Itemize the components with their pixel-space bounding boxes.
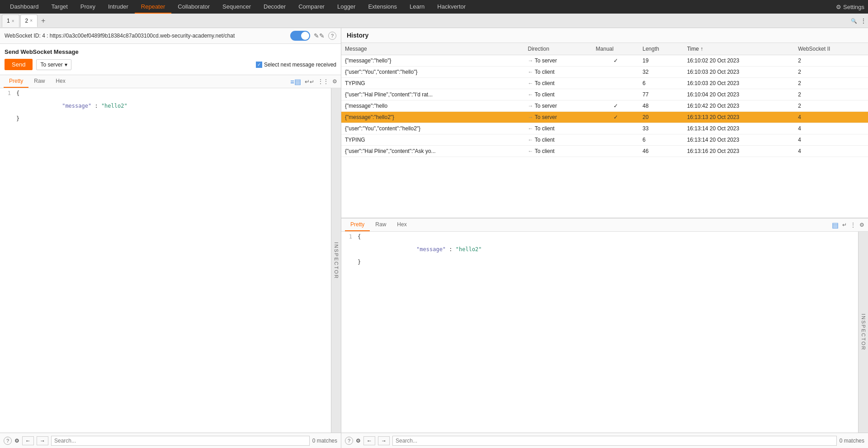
- cell-ws: 2: [794, 78, 868, 89]
- cell-manual: [592, 89, 639, 100]
- toggle-switch[interactable]: [290, 31, 310, 41]
- nav-item-collaborator[interactable]: Collaborator: [171, 0, 216, 14]
- history-header-row: Message Direction Manual Length Time ↑ W…: [341, 43, 868, 55]
- history-row[interactable]: {"message":"hello"} → To server ✓ 19 16:…: [341, 55, 868, 67]
- tab-2-close[interactable]: ×: [30, 18, 33, 23]
- cell-message: {"user":"Hal Pline","content":"Ask yo...: [341, 146, 524, 157]
- cell-length: 46: [639, 146, 683, 157]
- select-next-checkbox[interactable]: ✓: [256, 62, 262, 68]
- right-matches-label: 0 matches: [840, 438, 864, 444]
- add-tab-button[interactable]: +: [38, 17, 48, 25]
- tab-search-icon[interactable]: [851, 18, 857, 24]
- history-row[interactable]: TYPING ← To client 6 16:13:14 20 Oct 202…: [341, 134, 868, 146]
- left-nav-forward[interactable]: →: [37, 436, 48, 445]
- nav-item-learn[interactable]: Learn: [403, 0, 431, 14]
- history-table[interactable]: Message Direction Manual Length Time ↑ W…: [341, 43, 868, 218]
- right-wrap-icon[interactable]: ↵: [842, 222, 847, 228]
- col-length[interactable]: Length: [639, 43, 683, 55]
- cell-direction: ← To client: [524, 78, 592, 89]
- right-search-input[interactable]: [392, 436, 837, 446]
- cell-direction: → To server: [524, 112, 592, 123]
- cell-length: 20: [639, 112, 683, 123]
- col-time[interactable]: Time ↑: [684, 43, 795, 55]
- left-code-area[interactable]: 1 { "message" : "hello2" }: [0, 88, 331, 433]
- tab-1-close[interactable]: ×: [12, 19, 14, 24]
- nav-item-comparer[interactable]: Comparer: [292, 0, 331, 14]
- cell-message: {"message":"hello"}: [341, 55, 524, 67]
- left-gear-icon[interactable]: [332, 78, 337, 85]
- nav-item-intruder[interactable]: Intruder: [102, 0, 135, 14]
- left-settings-icon[interactable]: [14, 438, 19, 444]
- right-nav-forward[interactable]: →: [378, 436, 390, 445]
- nav-item-sequencer[interactable]: Sequencer: [216, 0, 257, 14]
- right-help-icon[interactable]: ?: [345, 437, 353, 445]
- history-row[interactable]: {"user":"Hal Pline","content":"I'd rat..…: [341, 89, 868, 100]
- nav-item-dashboard[interactable]: Dashboard: [4, 0, 45, 14]
- cell-ws: 4: [794, 112, 868, 123]
- nav-item-hackvertor[interactable]: Hackvertor: [431, 0, 472, 14]
- right-tab-pretty[interactable]: Pretty: [345, 219, 370, 231]
- left-tab-hex[interactable]: Hex: [50, 75, 71, 88]
- cell-manual: ✓: [592, 100, 639, 112]
- edit-icon[interactable]: ✎: [314, 32, 325, 39]
- left-search-input[interactable]: [51, 436, 310, 446]
- cell-time: 16:10:04 20 Oct 2023: [684, 89, 795, 100]
- kebab-menu-icon[interactable]: ⋮: [318, 78, 329, 85]
- nav-item-decoder[interactable]: Decoder: [257, 0, 292, 14]
- history-title: History: [341, 28, 868, 43]
- tab-bar: 1 × 2 × +: [0, 14, 868, 28]
- direction-dropdown[interactable]: To server ▾: [36, 59, 71, 70]
- history-row[interactable]: {"user":"You","content":"hello"} ← To cl…: [341, 67, 868, 78]
- tab-1[interactable]: 1 ×: [2, 14, 19, 27]
- right-code-area[interactable]: 1 { "message" : "hello2" }: [341, 232, 858, 433]
- right-settings-icon[interactable]: [356, 438, 361, 444]
- cell-manual: ✓: [592, 112, 639, 123]
- nav-item-proxy[interactable]: Proxy: [74, 0, 102, 14]
- left-editor-tab-icons: ▤ ↵ ⋮: [290, 77, 337, 86]
- right-inspector-sidebar[interactable]: INSPECTOR: [858, 232, 868, 433]
- right-tab-hex[interactable]: Hex: [392, 219, 412, 231]
- nav-item-logger[interactable]: Logger: [331, 0, 362, 14]
- right-format-icon[interactable]: ▤: [832, 221, 839, 229]
- right-nav-back[interactable]: ←: [363, 436, 375, 445]
- col-direction[interactable]: Direction: [524, 43, 592, 55]
- left-help-icon[interactable]: ?: [4, 437, 12, 445]
- history-row[interactable]: {"message":"hello → To server ✓ 48 16:10…: [341, 100, 868, 112]
- history-row[interactable]: {"user":"Hal Pline","content":"Ask yo...…: [341, 146, 868, 157]
- help-icon[interactable]: ?: [328, 32, 336, 40]
- history-row[interactable]: {"user":"You","content":"hello2"} ← To c…: [341, 123, 868, 134]
- right-gear-icon[interactable]: [859, 222, 864, 228]
- settings-button[interactable]: ⚙ Settings: [836, 4, 864, 10]
- nav-item-extensions[interactable]: Extensions: [362, 0, 403, 14]
- nav-item-target[interactable]: Target: [45, 0, 74, 14]
- right-kebab-icon[interactable]: ⋮: [850, 222, 856, 228]
- tab-kebab-icon[interactable]: [861, 18, 866, 24]
- format-icon[interactable]: ▤: [290, 77, 301, 86]
- left-panel: WebSocket ID: 4 : https://0a3c00ef0489f9…: [0, 28, 341, 448]
- left-tab-raw[interactable]: Raw: [28, 75, 50, 88]
- wrap-icon[interactable]: ↵: [305, 78, 314, 85]
- history-row[interactable]: TYPING ← To client 6 16:10:03 20 Oct 202…: [341, 78, 868, 89]
- left-code-wrapper: 1 { "message" : "hello2" } INSPECTOR: [0, 88, 341, 433]
- right-tab-raw[interactable]: Raw: [370, 219, 392, 231]
- cell-ws: 2: [794, 67, 868, 78]
- nav-item-repeater[interactable]: Repeater: [135, 0, 171, 14]
- ws-url: WebSocket ID: 4 : https://0a3c00ef0489f9…: [5, 33, 287, 39]
- left-nav-back[interactable]: ←: [22, 436, 34, 445]
- left-bottom-bar: ? ← → 0 matches: [0, 433, 341, 448]
- cell-time: 16:13:14 20 Oct 2023: [684, 123, 795, 134]
- col-ws[interactable]: WebSocket II: [794, 43, 868, 55]
- history-row[interactable]: {"message":"hello2"} → To server ✓ 20 16…: [341, 112, 868, 123]
- col-message[interactable]: Message: [341, 43, 524, 55]
- send-button[interactable]: Send: [5, 59, 33, 70]
- col-manual[interactable]: Manual: [592, 43, 639, 55]
- cell-message: {"user":"You","content":"hello2"}: [341, 123, 524, 134]
- cell-manual: ✓: [592, 55, 639, 67]
- cell-time: 16:10:42 20 Oct 2023: [684, 100, 795, 112]
- tab-2[interactable]: 2 ×: [20, 14, 38, 27]
- cell-message: {"message":"hello: [341, 100, 524, 112]
- left-inspector-sidebar[interactable]: INSPECTOR: [331, 88, 341, 433]
- cell-manual: [592, 78, 639, 89]
- left-tab-pretty[interactable]: Pretty: [4, 75, 28, 88]
- code-line-1: 1 {: [0, 90, 331, 96]
